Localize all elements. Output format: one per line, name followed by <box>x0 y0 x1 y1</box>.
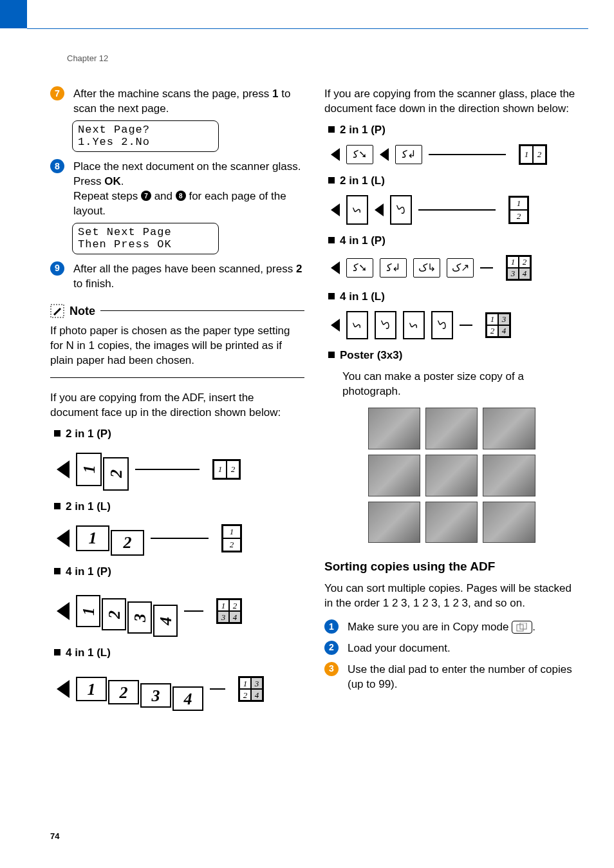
sort-step-3-text: Use the dial pad to enter the number of … <box>348 663 579 692</box>
text: After the machine scans the page, press <box>73 88 272 100</box>
flow-line <box>418 209 496 211</box>
text: to finish. <box>73 278 114 290</box>
layout-label: 4 in 1 (L) <box>66 646 111 661</box>
key-ok: OK <box>104 175 121 187</box>
ref-step-8-icon: 8 <box>176 191 186 201</box>
page-number: 74 <box>50 831 59 842</box>
feed-arrow-icon <box>380 148 389 161</box>
diagram-4in1-p-adf: 1 2 3 4 1234 <box>57 585 304 637</box>
flow-line <box>210 688 225 690</box>
text: After all the pages have been scanned, p… <box>73 263 296 275</box>
square-bullet-icon <box>328 126 335 133</box>
chapter-label: Chapter 12 <box>67 53 108 64</box>
step-badge-3: 3 <box>324 662 339 676</box>
flow-line <box>429 154 506 155</box>
diagram-2in1-p-glass: ﮐ➘ ﮐ↲ 12 <box>331 144 579 165</box>
lcd-line: Set Next Page <box>78 226 213 239</box>
note-body: If photo paper is chosen as the paper ty… <box>50 324 304 368</box>
step-badge-1: 1 <box>324 619 339 634</box>
text: Make sure you are in Copy mode <box>348 621 512 633</box>
step-9-text: After all the pages have been scanned, p… <box>73 262 304 292</box>
lcd-set-next-page: Set Next Page Then Press OK <box>72 223 219 254</box>
layout-2in1-p-glass: 2 in 1 (P) <box>328 123 579 138</box>
flow-line <box>460 325 472 326</box>
note-rule <box>100 310 304 311</box>
note-end-rule <box>50 377 304 378</box>
pencil-note-icon <box>50 304 64 318</box>
layout-label: 4 in 1 (L) <box>340 290 385 305</box>
text: . <box>121 175 124 187</box>
feed-arrow-icon <box>57 680 70 698</box>
ref-step-7-icon: 7 <box>141 191 151 201</box>
layout-label: 2 in 1 (L) <box>66 500 111 514</box>
poster-text: You can make a poster size copy of a pho… <box>342 370 579 399</box>
diagram-4in1-p-glass: ﮐ➘ ﮐ↲ ک↳ ک↗ 1234 <box>331 255 579 281</box>
diagram-2in1-l-glass: ﮐ ک 12 <box>331 195 579 225</box>
feed-arrow-icon <box>331 261 340 274</box>
note-title: Note <box>70 303 95 319</box>
square-bullet-icon <box>54 503 60 509</box>
layout-label: 4 in 1 (P) <box>66 565 111 580</box>
layout-label: 2 in 1 (L) <box>340 174 385 189</box>
feed-arrow-icon <box>331 319 340 332</box>
layout-4in1-l-glass: 4 in 1 (L) <box>328 290 579 305</box>
poster-grid-icon <box>368 408 535 543</box>
flow-line <box>480 267 493 269</box>
lcd-line: Then Press OK <box>78 238 213 251</box>
square-bullet-icon <box>54 568 60 574</box>
sorting-heading: Sorting copies using the ADF <box>324 558 579 575</box>
key-2: 2 <box>296 263 302 275</box>
square-bullet-icon <box>328 177 335 184</box>
flow-line <box>135 469 200 470</box>
adf-intro-text: If you are copying from the ADF, insert … <box>50 391 304 420</box>
layout-label: 2 in 1 (P) <box>340 123 386 138</box>
lcd-next-page: Next Page? 1.Yes 2.No <box>72 120 219 152</box>
diagram-4in1-l-adf: 1 2 3 4 1324 <box>57 667 304 711</box>
step-9: 9 After all the pages have been scanned,… <box>50 262 304 292</box>
text: Repeat steps <box>73 190 141 202</box>
left-column: 7 After the machine scans the page, pres… <box>50 87 304 720</box>
copy-mode-icon <box>512 621 532 634</box>
layout-poster: Poster (3x3) <box>328 348 579 363</box>
section-tab <box>0 0 27 28</box>
flow-line <box>151 538 209 539</box>
feed-arrow-icon <box>57 602 70 620</box>
sort-step-1-text: Make sure you are in Copy mode . <box>348 620 579 635</box>
feed-arrow-icon <box>331 148 340 161</box>
layout-4in1-l: 4 in 1 (L) <box>54 646 304 661</box>
sort-step-1: 1 Make sure you are in Copy mode . <box>324 620 579 635</box>
diagram-2in1-l-adf: 1 2 12 <box>57 521 304 556</box>
square-bullet-icon <box>54 430 60 437</box>
sorting-intro: You can sort multiple copies. Pages will… <box>324 581 579 611</box>
step-badge-7: 7 <box>50 86 64 100</box>
lcd-line: Next Page? <box>78 124 213 137</box>
feed-arrow-icon <box>375 203 384 216</box>
sort-step-2-text: Load your document. <box>348 641 579 656</box>
square-bullet-icon <box>328 352 335 358</box>
step-badge-9: 9 <box>50 261 64 276</box>
lcd-line: 1.Yes 2.No <box>78 136 213 149</box>
step-8: 8 Place the next document on the scanner… <box>50 160 304 219</box>
layout-label: Poster (3x3) <box>340 348 402 363</box>
square-bullet-icon <box>328 237 335 243</box>
sort-step-2: 2 Load your document. <box>324 641 579 656</box>
step-7: 7 After the machine scans the page, pres… <box>50 87 304 117</box>
note-header: Note <box>50 303 304 319</box>
layout-4in1-p: 4 in 1 (P) <box>54 565 304 580</box>
step-7-text: After the machine scans the page, press … <box>73 87 304 117</box>
header-rule <box>27 28 588 29</box>
text: . <box>532 621 535 633</box>
right-column: If you are copying from the scanner glas… <box>324 87 579 696</box>
layout-2in1-l: 2 in 1 (L) <box>54 500 304 514</box>
sort-step-3: 3 Use the dial pad to enter the number o… <box>324 663 579 692</box>
flow-line <box>184 610 203 612</box>
text: and <box>151 190 176 202</box>
feed-arrow-icon <box>57 460 70 478</box>
diagram-4in1-l-glass: ﮐ ک ﮐ ک 1324 <box>331 311 579 339</box>
square-bullet-icon <box>328 293 335 299</box>
feed-arrow-icon <box>331 203 340 216</box>
layout-2in1-p: 2 in 1 (P) <box>54 427 304 442</box>
step-badge-8: 8 <box>50 159 64 173</box>
step-8-text: Place the next document on the scanner g… <box>73 160 304 219</box>
layout-label: 4 in 1 (P) <box>340 234 386 249</box>
